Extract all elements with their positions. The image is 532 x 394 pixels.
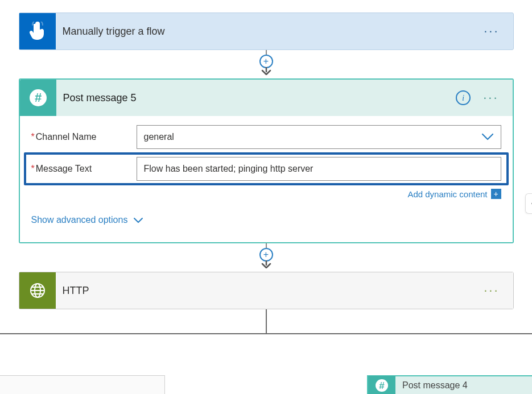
branch-horizontal (0, 333, 532, 334)
post-message-step[interactable]: # Post message 5 i ··· *Channel Name gen… (19, 78, 514, 243)
trigger-step[interactable]: Manually trigger a flow ··· (19, 13, 514, 50)
http-more-menu[interactable]: ··· (484, 284, 499, 297)
tap-icon (19, 13, 56, 49)
message-text-label: *Message Text (31, 164, 137, 174)
dynamic-content-flyout-handle[interactable] (525, 193, 532, 214)
branch-vertical (266, 309, 267, 334)
trigger-more-menu[interactable]: ··· (484, 25, 499, 38)
message-text-value: Flow has been started; pinging http serv… (144, 164, 314, 174)
svg-text:#: # (34, 90, 41, 105)
flow-canvas: Manually trigger a flow ··· + # Post mes… (0, 0, 532, 394)
channel-name-select[interactable]: general (137, 125, 501, 149)
arrow-down-icon (260, 260, 273, 268)
chevron-left-icon (530, 200, 533, 208)
chevron-down-icon (133, 217, 143, 223)
trigger-title: Manually trigger a flow (56, 26, 484, 38)
show-advanced-options-toggle[interactable]: Show advanced options (31, 215, 144, 225)
post-message-title: Post message 5 (56, 92, 456, 104)
chevron-down-icon (481, 133, 494, 141)
branch-children: # Post message 4 (0, 375, 532, 394)
arrow-down-icon (260, 67, 273, 75)
globe-icon (19, 272, 56, 309)
branch-right-title: Post message 4 (402, 380, 468, 391)
branch-right-step[interactable]: # Post message 4 (367, 375, 532, 394)
http-title: HTTP (56, 285, 484, 297)
channel-name-row: *Channel Name general (31, 125, 501, 149)
http-step[interactable]: HTTP ··· (19, 272, 514, 309)
post-message-more-menu[interactable]: ··· (483, 92, 498, 104)
add-step-button[interactable]: + (259, 248, 273, 262)
hash-icon: # (368, 376, 395, 394)
channel-name-label: *Channel Name (31, 132, 137, 142)
channel-name-value: general (144, 132, 174, 142)
info-icon[interactable]: i (456, 90, 471, 105)
hash-icon: # (20, 80, 56, 116)
plus-icon: + (491, 189, 501, 199)
connector-1: + (0, 50, 532, 78)
add-step-button[interactable]: + (259, 55, 273, 68)
post-message-body: *Channel Name general *Message Text Flow… (20, 116, 513, 242)
branch-left-step[interactable] (0, 375, 165, 394)
message-text-row: *Message Text Flow has been started; pin… (31, 157, 501, 181)
add-dynamic-content-link[interactable]: Add dynamic content + (31, 189, 501, 199)
svg-text:#: # (379, 380, 385, 391)
message-text-input[interactable]: Flow has been started; pinging http serv… (137, 157, 501, 181)
connector-2: + (0, 243, 532, 272)
